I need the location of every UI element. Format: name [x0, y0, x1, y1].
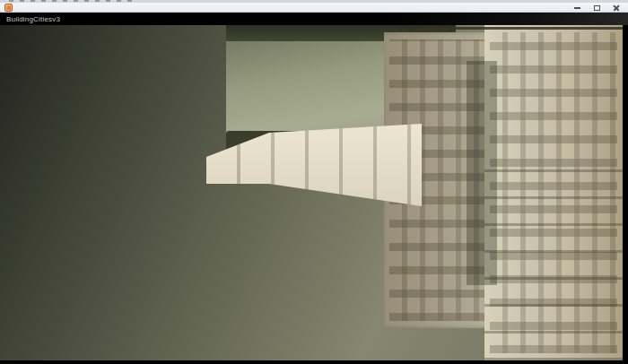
photo-tree	[0, 198, 13, 208]
photo-tree	[0, 68, 15, 81]
app-icon	[4, 4, 13, 12]
photo-tree	[0, 190, 10, 198]
photo-tree	[0, 238, 24, 258]
slide-stage: Building cities in the Global South: cou…	[0, 25, 628, 360]
photo-tree	[0, 222, 20, 238]
photo-tree	[0, 31, 9, 39]
photo-tree	[0, 352, 57, 360]
photo-tree	[0, 57, 13, 68]
close-button[interactable]	[606, 3, 626, 13]
photo-tree	[0, 48, 12, 57]
window-controls	[567, 3, 626, 13]
photo-tree	[0, 113, 25, 134]
maximize-button[interactable]	[587, 3, 606, 13]
photo-building-shadow	[467, 61, 497, 285]
photo-tree	[0, 158, 32, 185]
minimize-icon	[574, 7, 580, 9]
filename-label: BuildingCitiesv3	[0, 15, 60, 23]
background-window-text-sliver	[9, 0, 135, 2]
photo-roof-railing	[422, 27, 623, 30]
photo-tree	[0, 134, 29, 157]
city-photo	[0, 25, 623, 360]
photo-tree	[0, 39, 11, 48]
maximize-icon	[594, 5, 600, 11]
photo-tree	[0, 184, 8, 190]
photo-tree	[0, 309, 52, 352]
photo-building-near	[484, 25, 623, 360]
photo-tree	[0, 96, 22, 114]
titlebar	[0, 3, 628, 13]
photo-tree	[0, 81, 18, 95]
close-icon	[613, 4, 620, 12]
application-window: BuildingCitiesv3 Building cities in the …	[0, 0, 628, 364]
photo-tree	[0, 209, 16, 222]
photo-tree	[0, 282, 34, 309]
photo-tree	[0, 25, 8, 31]
photo-tree	[0, 258, 29, 282]
minimize-button[interactable]	[567, 3, 587, 13]
filename-bar: BuildingCitiesv3	[0, 13, 628, 25]
